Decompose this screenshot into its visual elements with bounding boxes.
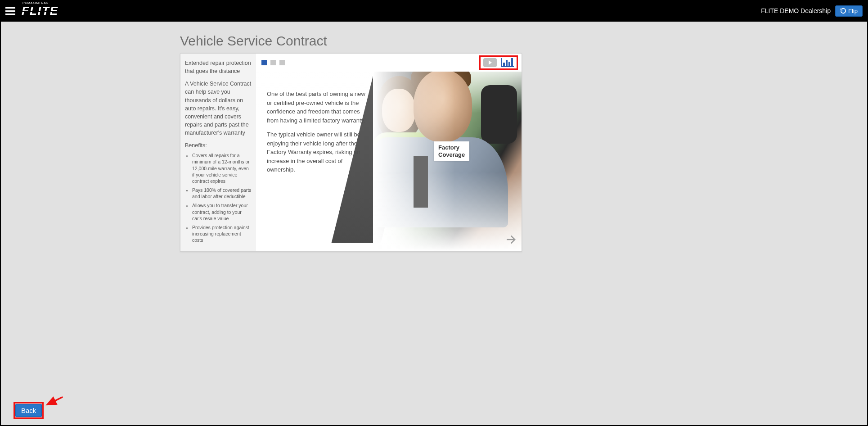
sidebar-benefits-list: Covers all repairs for a minimum of a 12…: [185, 152, 252, 243]
annotation-arrow-icon: [44, 395, 65, 407]
barchart-icon[interactable]: [501, 58, 514, 67]
flip-label: Flip: [848, 8, 858, 14]
media-icons-highlight: [479, 55, 518, 70]
brand-text: FLITE: [22, 4, 58, 18]
brand-super: POMAXIMTRAK: [22, 1, 48, 5]
factory-line2: Coverage: [438, 151, 465, 159]
app-header: POMAXIMTRAK FLITE FLITE DEMO Dealership …: [0, 0, 868, 22]
sidebar-description: A Vehicle Service Contract can help save…: [185, 80, 252, 137]
carousel-dot-1[interactable]: [261, 60, 267, 65]
carousel-dot-3[interactable]: [279, 60, 285, 65]
factory-line1: Factory: [438, 144, 465, 151]
next-arrow-icon[interactable]: [504, 233, 518, 249]
factory-coverage-label: Factory Coverage: [434, 141, 469, 161]
page-body: Vehicle Service Contract Extended repair…: [0, 22, 868, 252]
refresh-icon: [840, 8, 846, 14]
flip-button[interactable]: Flip: [835, 5, 863, 17]
list-item: Covers all repairs for a minimum of a 12…: [192, 152, 252, 184]
body-para-1: One of the best parts of owning a new or…: [267, 90, 369, 125]
list-item: Pays 100% of covered parts and labor aft…: [192, 187, 252, 199]
video-icon[interactable]: [483, 58, 497, 67]
carousel-dots: [261, 60, 285, 65]
card-body-text: One of the best parts of owning a new or…: [256, 72, 369, 174]
back-button[interactable]: Back: [15, 404, 42, 417]
product-card: Extended repair protection that goes the…: [180, 53, 522, 252]
list-item: Provides protection against increasing r…: [192, 224, 252, 244]
header-left: POMAXIMTRAK FLITE: [5, 4, 58, 18]
back-button-wrap: Back: [15, 404, 42, 417]
page-title: Vehicle Service Contract: [180, 33, 868, 49]
dealer-label: FLITE DEMO Dealership: [761, 7, 831, 14]
card-toolbar: [256, 54, 522, 72]
carousel-dot-2[interactable]: [270, 60, 276, 65]
body-para-2: The typical vehicle owner will still be …: [267, 130, 369, 174]
header-right: FLITE DEMO Dealership Flip: [761, 5, 863, 17]
svg-line-0: [47, 397, 63, 404]
list-item: Allows you to transfer your contract, ad…: [192, 202, 252, 222]
factory-coverage-bar: [414, 156, 428, 208]
sidebar-benefits-title: Benefits:: [185, 141, 252, 150]
brand-logo: POMAXIMTRAK FLITE: [22, 4, 58, 18]
card-sidebar: Extended repair protection that goes the…: [180, 54, 256, 251]
card-main: One of the best parts of owning a new or…: [256, 54, 522, 251]
menu-icon[interactable]: [5, 7, 15, 15]
sidebar-tagline: Extended repair protection that goes the…: [185, 59, 252, 75]
